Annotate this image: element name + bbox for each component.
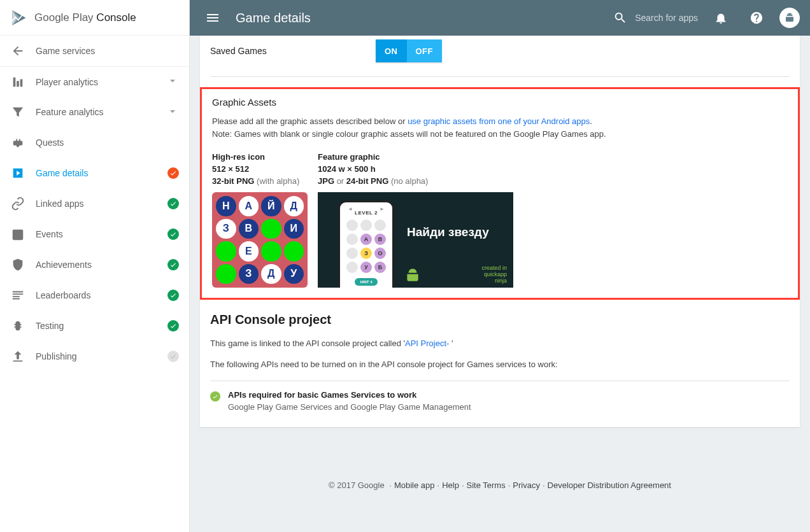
api-requirement-item: APIs required for basic Games Services t… [210,390,790,412]
saved-games-toggle: ON OFF [376,39,442,62]
sidebar-item-label: Quests [36,137,179,148]
saved-games-row: Saved Games ON OFF [200,36,800,66]
sidebar: Google Play Console Game servicesPlayer … [0,0,190,532]
sidebar-item-label: Achievements [36,260,167,270]
sidebar-item-publishing[interactable]: Publishing [0,341,189,372]
footer-link[interactable]: Mobile app [394,480,435,490]
footer-link[interactable]: Help [442,480,459,490]
api-console-title: API Console project [210,312,790,327]
sidebar-item-label: Linked apps [36,199,167,209]
divider [210,76,790,77]
graphic-assets-section: Graphic Assets Please add all the graphi… [200,87,800,300]
sidebar-item-feature-analytics[interactable]: Feature analytics [0,97,189,127]
feature-spec: Feature graphic 1024 w × 500 h JPG or 24… [318,151,428,187]
chevron-down-icon [166,74,179,89]
sidebar-item-label: Leaderboards [36,290,167,300]
search[interactable]: Search for apps [613,11,698,25]
help-icon [750,11,764,25]
status-badge [167,351,179,362]
feature-graphic-preview[interactable]: ◄LEVEL 2► АВ ЗО УБ HINT 4 Найди звезду c… [318,192,513,288]
brand[interactable]: Google Play Console [0,0,189,36]
bar-icon [10,74,25,90]
graphic-assets-title: Graphic Assets [212,97,788,108]
sidebar-item-label: Game details [36,168,167,178]
footer-link[interactable]: Site Terms [467,480,506,490]
api-project-link[interactable]: API Project- [405,339,449,348]
quickapp-ninja-credit: created inquickappninja [481,265,507,284]
calendar-icon [10,227,25,242]
status-badge [167,290,179,301]
status-badge [167,198,179,209]
status-badge [167,320,179,332]
account-avatar[interactable] [779,8,800,28]
sidebar-item-linked-apps[interactable]: Linked apps [0,188,189,219]
android-mascot-icon [404,267,421,284]
sidebar-item-game-services[interactable]: Game services [0,36,189,66]
footer-link[interactable]: Privacy [513,480,540,490]
saved-games-off[interactable]: OFF [407,39,443,62]
hires-icon-preview[interactable]: НАЙДЗВИЕЗДУ [212,192,308,288]
notifications-button[interactable] [708,5,734,31]
feature-graphic-title: Найди звезду [407,225,489,239]
sidebar-item-testing[interactable]: Testing [0,311,189,341]
game-details-card: Saved Games ON OFF Graphic Assets Please… [200,36,800,427]
menu-icon [205,10,220,25]
sidebar-item-player-analytics[interactable]: Player analytics [0,66,189,97]
footer-link[interactable]: Developer Distribution Agreement [548,480,671,490]
sidebar-item-label: Events [36,229,167,239]
gamepad-icon [10,135,25,150]
api-linked-project-line: This game is linked to the API console p… [210,339,790,348]
sidebar-item-label: Testing [36,321,167,331]
sidebar-item-quests[interactable]: Quests [0,127,189,158]
search-icon [613,11,627,25]
graphic-assets-help: Please add all the graphic assets descri… [212,115,788,141]
phone-mock: ◄LEVEL 2► АВ ЗО УБ HINT 4 [338,200,394,288]
sidebar-item-leaderboards[interactable]: Leaderboards [0,280,189,311]
sidebar-item-label: Feature analytics [36,107,166,117]
api-console-section: API Console project This game is linked … [200,310,800,427]
status-badge [167,259,179,270]
saved-games-label: Saved Games [210,46,376,56]
check-icon [210,391,220,402]
sidebar-item-label: Game services [36,46,179,56]
status-badge [167,167,179,179]
footer: © 2017 Google ·Mobile app·Help·Site Term… [190,442,810,515]
status-badge [167,228,179,240]
sidebar-item-label: Player analytics [36,77,166,87]
help-button[interactable] [744,5,769,31]
api-requirement-line: The following APIs need to be turned on … [210,360,790,369]
shield-icon [10,257,25,272]
sidebar-item-game-details[interactable]: Game details [0,158,189,188]
publish-icon [10,349,25,364]
sidebar-item-achievements[interactable]: Achievements [0,249,189,280]
main: Saved Games ON OFF Graphic Assets Please… [190,36,810,532]
chevron-down-icon [166,105,179,120]
play-console-logo-icon [10,9,28,27]
android-icon [784,12,795,24]
search-placeholder: Search for apps [635,13,698,23]
nav: Game servicesPlayer analyticsFeature ana… [0,36,189,372]
saved-games-on[interactable]: ON [376,39,407,62]
footer-copyright: © 2017 Google [329,480,385,490]
play-badge-icon [10,165,25,181]
funnel-icon [10,104,25,120]
link-icon [10,196,25,211]
sidebar-item-events[interactable]: Events [0,219,189,249]
bug-icon [10,318,25,333]
back-icon [10,43,25,59]
appbar: Game details Search for apps [190,0,810,36]
bell-icon [714,11,728,25]
menu-button[interactable] [200,5,225,31]
sidebar-item-label: Publishing [36,351,167,361]
use-existing-assets-link[interactable]: use graphic assets from one of your Andr… [408,116,590,126]
page-title: Game details [236,11,311,25]
leaderboard-icon [10,288,25,303]
icon-spec: High-res icon 512 × 512 32-bit PNG (with… [212,151,308,187]
brand-text: Google Play Console [34,11,136,24]
